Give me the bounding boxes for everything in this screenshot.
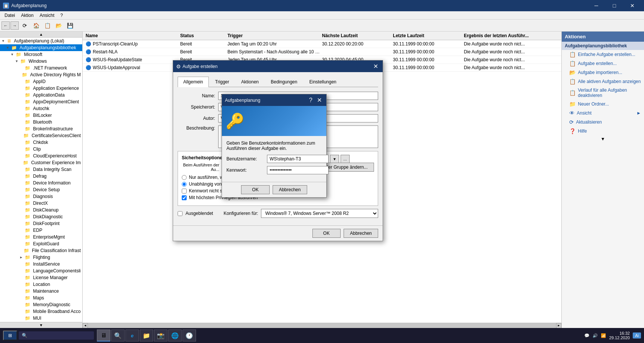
checkbox-ausgeblendet[interactable] bbox=[178, 211, 182, 216]
tree-item-37[interactable]: 📁Maintenance bbox=[0, 288, 82, 295]
toolbar-save[interactable]: 💾 bbox=[65, 20, 75, 31]
tree-item-7[interactable]: 📁Application Experience bbox=[0, 85, 82, 92]
action-item-2[interactable]: 📂Aufgabe importieren... bbox=[562, 68, 644, 77]
tree-item-18[interactable]: 📁Customer Experience Im bbox=[0, 159, 82, 166]
tree-item-1[interactable]: ▼📁Aufgabenplanungsbibliothek bbox=[0, 44, 82, 51]
action-item-8[interactable]: ❓Hilfe bbox=[562, 127, 644, 136]
expand-arrow-3[interactable]: ▼ bbox=[15, 59, 19, 63]
checkbox-kennwort[interactable] bbox=[182, 189, 187, 193]
task-row-0[interactable]: 🔵PSTranscript-CleanUp Bereit Jeden Tag u… bbox=[83, 40, 561, 48]
subdialog-close-btn[interactable]: ✕ bbox=[315, 97, 323, 104]
tree-item-10[interactable]: 📁Autochk bbox=[0, 105, 82, 112]
tree-item-21[interactable]: 📁Device Information bbox=[0, 180, 82, 186]
forward-button[interactable]: → bbox=[11, 21, 19, 30]
tree-item-28[interactable]: 📁EDP bbox=[0, 227, 82, 234]
minimize-button[interactable]: ─ bbox=[588, 0, 605, 11]
subdialog-ok[interactable]: OK bbox=[241, 185, 269, 194]
toolbar-home[interactable]: 🏠 bbox=[31, 20, 41, 31]
subdialog-cancel[interactable]: Abbrechen bbox=[273, 185, 307, 194]
tree-item-38[interactable]: 📁Maps bbox=[0, 295, 82, 301]
taskbar-search[interactable]: 🔍 bbox=[19, 331, 94, 340]
toolbar-refresh[interactable]: ⟳ bbox=[20, 20, 30, 31]
tree-item-29[interactable]: 📁EnterpriseMgmt bbox=[0, 234, 82, 240]
tree-item-8[interactable]: 📁ApplicationData bbox=[0, 92, 82, 98]
tree-item-35[interactable]: 📁License Manager bbox=[0, 274, 82, 281]
tree-item-24[interactable]: 📁DirectX bbox=[0, 200, 82, 207]
tree-item-9[interactable]: 📁AppxDeploymentClient bbox=[0, 98, 82, 105]
tree-item-22[interactable]: 📁Device Setup bbox=[0, 186, 82, 193]
taskbar-app-search[interactable]: 🔍 bbox=[111, 329, 125, 341]
radio-unabh[interactable] bbox=[182, 182, 187, 187]
tree-item-12[interactable]: 📁Bluetooth bbox=[0, 119, 82, 125]
h-scroll-right[interactable]: ► bbox=[556, 323, 561, 328]
action-item-5[interactable]: 📁Neuer Ordner... bbox=[562, 100, 644, 109]
action-item-3[interactable]: 📋Alle aktiven Aufgaben anzeigen bbox=[562, 77, 644, 86]
benutzername-dropdown[interactable]: ▼ bbox=[330, 155, 339, 163]
menu-ansicht[interactable]: Ansicht bbox=[36, 12, 57, 19]
task-row-1[interactable]: 🔵Restart-NLA Bereit Beim Systemstart - N… bbox=[83, 48, 561, 56]
tree-item-39[interactable]: 📁MemoryDiagnostic bbox=[0, 301, 82, 308]
taskbar-app-camera[interactable]: 📸 bbox=[154, 329, 167, 341]
expand-arrow-0[interactable]: ▼ bbox=[2, 39, 5, 43]
kennwort-input[interactable] bbox=[267, 166, 329, 174]
tab-aktionen[interactable]: Aktionen bbox=[235, 77, 264, 87]
tree-item-23[interactable]: 📁Diagnosis bbox=[0, 193, 82, 200]
tree-item-30[interactable]: 📁ExploitGuard bbox=[0, 240, 82, 247]
action-item-7[interactable]: ⟳Aktualisieren bbox=[562, 118, 644, 127]
tree-item-25[interactable]: 📁DiskCleanup bbox=[0, 207, 82, 213]
tab-einstellungen[interactable]: Einstellungen bbox=[304, 77, 342, 87]
tree-item-27[interactable]: 📁DiskFootprint bbox=[0, 220, 82, 227]
benutzername-browse[interactable]: … bbox=[341, 155, 350, 163]
close-button[interactable]: ✕ bbox=[624, 0, 641, 11]
tree-item-15[interactable]: 📁Chkdsk bbox=[0, 139, 82, 146]
tab-trigger[interactable]: Trigger bbox=[210, 77, 235, 87]
menu-aktion[interactable]: Aktion bbox=[18, 12, 36, 19]
menu-datei[interactable]: Datei bbox=[2, 12, 18, 19]
tab-allgemein[interactable]: Allgemein bbox=[178, 77, 209, 87]
benutzername-input[interactable] bbox=[267, 155, 329, 163]
back-button[interactable]: ← bbox=[2, 21, 10, 30]
tree-item-31[interactable]: 📁File Classification Infrast bbox=[0, 247, 82, 254]
taskbar-ai[interactable]: Ai bbox=[633, 332, 641, 338]
dialog-aufgabe-ok[interactable]: OK bbox=[312, 229, 341, 238]
tree-item-20[interactable]: 📁Defrag bbox=[0, 173, 82, 180]
tree-item-40[interactable]: 📁Mobile Broadband Acco bbox=[0, 308, 82, 315]
tree-item-33[interactable]: 📁InstallService bbox=[0, 261, 82, 267]
tree-scroll-up[interactable]: ▲ bbox=[0, 32, 82, 38]
action-item-1[interactable]: 📋Aufgabe erstellen... bbox=[562, 59, 644, 68]
checkbox-privilegien[interactable] bbox=[182, 195, 187, 200]
taskbar-app-clock[interactable]: 🕐 bbox=[182, 329, 196, 341]
taskbar-volume[interactable]: 🔊 bbox=[593, 333, 598, 338]
taskbar-app-desktop[interactable]: 🖥 bbox=[97, 329, 110, 341]
expand-arrow-32[interactable]: ► bbox=[20, 255, 23, 259]
tree-item-32[interactable]: ►📁Flighting bbox=[0, 254, 82, 261]
taskbar-app-network[interactable]: 🌐 bbox=[168, 329, 182, 341]
tree-item-14[interactable]: 📁CertificateServicesClient bbox=[0, 132, 82, 139]
action-item-4[interactable]: 📋Verlauf für alle Aufgaben deaktivieren bbox=[562, 86, 644, 100]
taskbar-app-explorer[interactable]: 📁 bbox=[140, 329, 153, 341]
expand-arrow-1[interactable]: ▼ bbox=[6, 46, 10, 50]
tree-item-41[interactable]: 📁MUI bbox=[0, 315, 82, 322]
h-scroll-track[interactable] bbox=[88, 323, 556, 328]
action-item-6[interactable]: 👁Ansicht► bbox=[562, 109, 644, 118]
dialog-aufgabe-close[interactable]: ✕ bbox=[372, 63, 380, 70]
tree-item-2[interactable]: ▼📁Microsoft bbox=[0, 51, 82, 58]
menu-help[interactable]: ? bbox=[57, 12, 66, 19]
tree-item-19[interactable]: 📁Data Integrity Scan bbox=[0, 166, 82, 173]
expand-arrow-2[interactable]: ▼ bbox=[11, 53, 14, 56]
tree-item-34[interactable]: 📁LanguageComponentsli bbox=[0, 267, 82, 274]
tree-item-26[interactable]: 📁DiskDiagnostic bbox=[0, 213, 82, 220]
taskbar-network-icon[interactable]: 📶 bbox=[601, 333, 606, 338]
tree-item-6[interactable]: 📁AppID bbox=[0, 78, 82, 85]
start-button[interactable]: ⊞ bbox=[3, 331, 17, 340]
taskbar-notification[interactable]: 💬 bbox=[584, 333, 590, 338]
radio-nur[interactable] bbox=[182, 175, 187, 180]
konfigurieren-select[interactable]: Windows® 7, Windows Server™ 2008 R2 bbox=[261, 209, 378, 218]
tree-item-0[interactable]: ▼🖥Aufgabenplanung (Lokal) bbox=[0, 38, 82, 44]
tab-bedingungen[interactable]: Bedingungen bbox=[265, 77, 303, 87]
horizontal-scrollbar[interactable]: ◄ ► bbox=[83, 323, 561, 328]
subdialog-help-btn[interactable]: ? bbox=[308, 97, 314, 104]
tree-item-4[interactable]: 📁.NET Framework bbox=[0, 65, 82, 71]
h-scroll-left[interactable]: ◄ bbox=[83, 323, 88, 328]
dialog-aufgabe-cancel[interactable]: Abbrechen bbox=[344, 229, 378, 238]
